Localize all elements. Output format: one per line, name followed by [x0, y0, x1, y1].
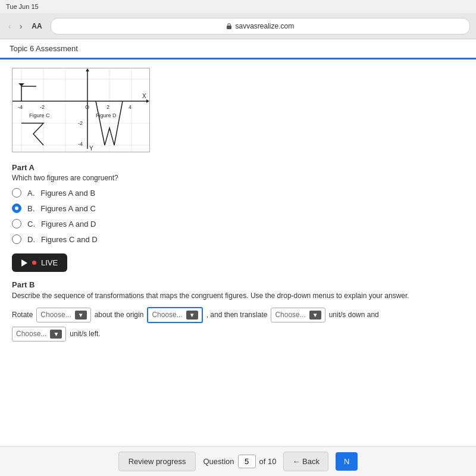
question-number-input[interactable]: [238, 455, 256, 468]
origin-dropdown[interactable]: Choose... ▼: [147, 307, 202, 323]
svg-text:-2: -2: [78, 120, 83, 126]
back-nav-button[interactable]: ‹: [6, 20, 14, 32]
option-a-letter: A.: [27, 189, 35, 198]
option-a[interactable]: A. Figures A and B: [12, 188, 464, 198]
topic-label: Topic 6 Assessment: [10, 44, 78, 53]
svg-marker-14: [86, 68, 89, 71]
translate-dropdown-arrow: ▼: [309, 311, 321, 320]
coordinate-graph: X Y -4 -2 O 2 4 -2 -4 Figure C Figure D: [12, 68, 149, 152]
unit-down-label: unit/s down and: [329, 311, 379, 319]
option-d-letter: D.: [27, 235, 35, 244]
radio-d[interactable]: [12, 234, 21, 244]
total-questions: of 10: [259, 457, 277, 466]
live-label: LIVE: [41, 258, 58, 267]
part-a-label: Part A: [12, 163, 464, 172]
address-bar[interactable]: savvasrealize.com: [51, 18, 470, 35]
content-body: X Y -4 -2 O 2 4 -2 -4 Figure C Figure D: [0, 60, 476, 353]
part-b-question: Describe the sequence of transformations…: [12, 291, 464, 301]
part-b-label: Part B: [12, 280, 464, 289]
svg-text:-4: -4: [18, 104, 23, 110]
svg-text:Y: Y: [89, 145, 93, 152]
unit-left-label: unit/s left.: [70, 330, 100, 338]
option-a-text: Figures A and B: [40, 189, 95, 198]
origin-dropdown-placeholder: Choose...: [152, 311, 182, 319]
rotate-label: Rotate: [12, 311, 33, 319]
radio-a[interactable]: [12, 188, 21, 198]
option-b-text: Figures A and C: [40, 204, 96, 213]
about-origin-label: about the origin: [95, 311, 144, 319]
lock-icon: [226, 23, 232, 30]
rotate-dropdown[interactable]: Choose... ▼: [36, 308, 90, 322]
translate-label: , and then translate: [206, 311, 268, 319]
option-c[interactable]: C. Figures A and D: [12, 219, 464, 228]
live-button[interactable]: LIVE: [12, 253, 67, 272]
part-a-question: Which two figures are congruent?: [12, 174, 464, 182]
option-d[interactable]: D. Figures C and D: [12, 234, 464, 244]
svg-text:O: O: [85, 104, 89, 110]
radio-c[interactable]: [12, 219, 21, 228]
option-d-text: Figures C and D: [41, 235, 98, 244]
option-b-letter: B.: [27, 204, 35, 213]
radio-b[interactable]: [12, 203, 21, 213]
browser-chrome: ‹ › AA savvasrealize.com: [0, 13, 476, 39]
left-dropdown[interactable]: Choose... ▼: [12, 327, 66, 342]
question-label: Question: [203, 457, 234, 466]
rotate-dropdown-arrow: ▼: [75, 311, 87, 320]
live-dot-icon: [32, 261, 36, 265]
next-button[interactable]: N: [336, 452, 358, 471]
question-nav: Question of 10: [203, 455, 276, 468]
graph-container: X Y -4 -2 O 2 4 -2 -4 Figure C Figure D: [12, 68, 150, 152]
option-c-text: Figures A and D: [41, 220, 96, 228]
left-dropdown-arrow: ▼: [50, 330, 62, 339]
translate-dropdown-placeholder: Choose...: [275, 311, 305, 319]
origin-dropdown-arrow: ▼: [186, 311, 198, 320]
option-c-letter: C.: [27, 220, 35, 228]
svg-text:2: 2: [107, 104, 109, 110]
status-time: Tue Jun 15: [6, 3, 39, 10]
svg-text:-2: -2: [40, 104, 45, 110]
radio-group: A. Figures A and B B. Figures A and C C.…: [12, 188, 464, 244]
svg-text:Figure C: Figure C: [29, 112, 50, 118]
play-icon: [21, 259, 27, 267]
svg-text:-4: -4: [78, 141, 83, 147]
review-progress-button[interactable]: Review progress: [118, 452, 196, 471]
option-b[interactable]: B. Figures A and C: [12, 203, 464, 213]
left-dropdown-placeholder: Choose...: [16, 330, 46, 338]
bottom-bar: Review progress Question of 10 ← Back N: [0, 446, 476, 476]
transform-row-1: Rotate Choose... ▼ about the origin Choo…: [12, 307, 464, 323]
back-button[interactable]: ← Back: [283, 452, 328, 471]
forward-nav-button[interactable]: ›: [17, 20, 25, 32]
browser-nav: ‹ › AA: [6, 20, 46, 32]
svg-text:4: 4: [129, 104, 131, 110]
svg-rect-0: [227, 26, 231, 29]
main-content: Topic 6 Assessment: [0, 39, 476, 446]
svg-marker-12: [146, 99, 149, 103]
rotate-dropdown-placeholder: Choose...: [40, 311, 71, 319]
svg-text:X: X: [142, 93, 146, 99]
url-text: savvasrealize.com: [235, 22, 294, 30]
aa-button[interactable]: AA: [28, 21, 45, 32]
status-bar: Tue Jun 15: [0, 0, 476, 13]
transform-row-2: Choose... ▼ unit/s left.: [12, 327, 464, 342]
translate-dropdown[interactable]: Choose... ▼: [271, 308, 325, 322]
topic-header: Topic 6 Assessment: [0, 39, 476, 60]
